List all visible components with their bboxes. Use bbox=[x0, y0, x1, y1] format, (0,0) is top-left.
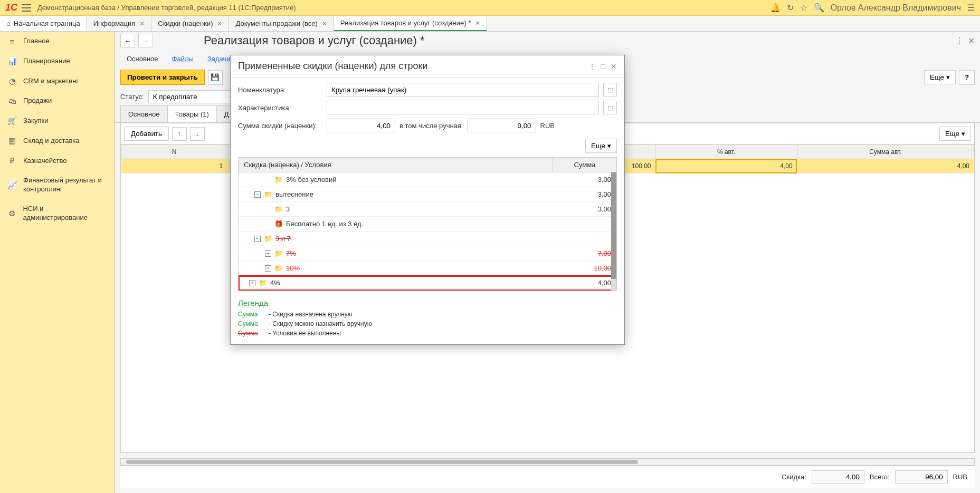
legend-row: Сумма- Скидку можно назначить вручную bbox=[238, 320, 617, 327]
sidebar-item-finance[interactable]: 📈Финансовый результат и контроллинг bbox=[0, 171, 115, 199]
cell-pct-auto[interactable]: 4,00 bbox=[655, 159, 797, 173]
search-icon[interactable]: 🔍 bbox=[814, 3, 824, 13]
more-button[interactable]: Еще▾ bbox=[924, 70, 956, 84]
sidebar: ≡Главное 📊Планирование ◔CRM и маркетинг … bbox=[0, 32, 115, 493]
nav-back-button[interactable]: ← bbox=[120, 34, 135, 47]
modal-maximize-icon[interactable]: □ bbox=[601, 62, 605, 71]
modal-currency: RUB bbox=[540, 122, 555, 130]
expander-icon[interactable]: − bbox=[254, 191, 261, 198]
horizontal-scrollbar[interactable] bbox=[120, 458, 975, 466]
tab-home[interactable]: ⌂ Начальная страница bbox=[0, 16, 87, 31]
sidebar-item-procurement[interactable]: 🛒Закупки bbox=[0, 111, 115, 131]
discount-label: Скидка: bbox=[782, 473, 806, 481]
sidebar-item-treasury[interactable]: ₽Казначейство bbox=[0, 151, 115, 171]
legend-title: Легенда bbox=[238, 298, 617, 307]
sidebar-item-admin[interactable]: ⚙НСИ и администрирование bbox=[0, 199, 115, 228]
close-icon[interactable]: ✕ bbox=[217, 20, 222, 27]
tab-info[interactable]: Информация ✕ bbox=[87, 16, 152, 31]
sidebar-item-sales[interactable]: 🛍Продажи bbox=[0, 91, 115, 111]
folder-icon: 📁 bbox=[274, 249, 283, 257]
characteristic-input[interactable] bbox=[327, 101, 599, 114]
expander-icon[interactable]: − bbox=[254, 236, 261, 242]
expander-icon[interactable]: + bbox=[265, 250, 271, 257]
sidebar-item-planning[interactable]: 📊Планирование bbox=[0, 51, 115, 71]
page-close-icon[interactable]: ✕ bbox=[968, 36, 975, 46]
hamburger-icon[interactable] bbox=[22, 4, 31, 12]
discount-sum-input[interactable] bbox=[327, 119, 395, 132]
tab-label: Скидки (наценки) bbox=[158, 20, 213, 27]
star-icon[interactable]: ☆ bbox=[800, 3, 807, 13]
sales-icon: 🛍 bbox=[7, 96, 17, 105]
more-label: Еще bbox=[945, 130, 959, 138]
expander-icon[interactable]: + bbox=[249, 280, 255, 286]
sidebar-item-crm[interactable]: ◔CRM и маркетинг bbox=[0, 71, 115, 91]
tree-col-discount[interactable]: Скидка (наценка) / Условия bbox=[239, 158, 553, 172]
tab-home-label: Начальная страница bbox=[14, 20, 80, 27]
page-menu-icon[interactable]: ⋮ bbox=[955, 36, 964, 46]
tree-row[interactable]: −📁3 и 7 bbox=[239, 231, 616, 246]
tree-value: 10,00 bbox=[558, 262, 616, 274]
help-button[interactable]: ? bbox=[959, 70, 975, 85]
tree-row[interactable]: 📁3% без условий3,00 bbox=[239, 172, 616, 187]
folder-icon: 📁 bbox=[274, 176, 283, 183]
tree-row[interactable]: −📁вытеснение3,00 bbox=[239, 187, 616, 202]
doc-tab-main[interactable]: Основное bbox=[120, 52, 165, 66]
tree-row[interactable]: +📁10%10,00 bbox=[239, 261, 616, 276]
nomenclature-input[interactable] bbox=[327, 83, 599, 96]
tab-sales-docs[interactable]: Документы продажи (все) ✕ bbox=[229, 16, 334, 31]
user-name[interactable]: Орлов Александр Владимирович bbox=[831, 3, 961, 13]
manual-label: в том числе ручная: bbox=[399, 122, 463, 130]
totals-bar: Скидка: Всего: RUB bbox=[120, 466, 975, 488]
vertical-scrollbar[interactable] bbox=[611, 172, 616, 291]
modal-menu-icon[interactable]: ⋮ bbox=[588, 62, 596, 71]
tab-realization[interactable]: Реализация товаров и услуг (создание) * … bbox=[334, 16, 487, 31]
doc-tab-files[interactable]: Файлы bbox=[166, 52, 200, 66]
modal-close-icon[interactable]: ✕ bbox=[611, 62, 617, 71]
close-icon[interactable]: ✕ bbox=[322, 20, 327, 27]
tree-col-sum[interactable]: Сумма bbox=[553, 158, 616, 172]
move-down-button[interactable]: ↓ bbox=[190, 127, 205, 141]
add-row-button[interactable]: Добавить bbox=[124, 127, 169, 141]
settings-icon[interactable]: ☰ bbox=[967, 3, 975, 13]
subtab-goods[interactable]: Товары (1) bbox=[167, 105, 217, 122]
table-more-button[interactable]: Еще▾ bbox=[939, 127, 971, 141]
total-value[interactable] bbox=[895, 470, 948, 484]
post-and-close-button[interactable]: Провести и закрыть bbox=[120, 70, 205, 85]
tree-row[interactable]: +📁4%4,00 bbox=[239, 276, 616, 291]
modal-more-button[interactable]: Еще▾ bbox=[585, 139, 617, 153]
window-title: Демонстрационная база / Управление торго… bbox=[37, 4, 770, 12]
title-bar: 1C Демонстрационная база / Управление то… bbox=[0, 0, 980, 16]
folder-icon: 📁 bbox=[274, 264, 283, 272]
move-up-button[interactable]: ↑ bbox=[172, 127, 187, 141]
select-nomenclature-button[interactable]: ⬚ bbox=[603, 83, 617, 96]
col-n[interactable]: N bbox=[121, 145, 227, 159]
tab-discounts[interactable]: Скидки (наценки) ✕ bbox=[151, 16, 229, 31]
folder-icon: 📁 bbox=[259, 279, 267, 287]
sidebar-item-label: Закупки bbox=[23, 117, 48, 125]
col-pct-auto[interactable]: % авт. bbox=[655, 145, 797, 159]
tab-label: Документы продажи (все) bbox=[235, 20, 317, 27]
history-icon[interactable]: ↻ bbox=[787, 3, 794, 13]
tree-row[interactable]: 📁33,00 bbox=[239, 202, 616, 217]
cell-sum-auto[interactable]: 4,00 bbox=[797, 159, 974, 173]
tree-label: 3% без условий bbox=[286, 176, 336, 183]
tree-label: Бесплатно 1 ед. из 3 ед. bbox=[286, 220, 363, 228]
discount-value[interactable] bbox=[812, 470, 864, 484]
select-characteristic-button[interactable]: ⬚ bbox=[603, 101, 617, 114]
col-sum-auto[interactable]: Сумма авт. bbox=[797, 145, 974, 159]
tree-row[interactable]: 🎁Бесплатно 1 ед. из 3 ед. bbox=[239, 217, 616, 231]
close-icon[interactable]: ✕ bbox=[475, 20, 480, 27]
tree-value: 3,00 bbox=[558, 173, 616, 186]
tree-row[interactable]: +📁7%7,00 bbox=[239, 246, 616, 261]
manual-input[interactable] bbox=[468, 119, 536, 132]
subtab-main[interactable]: Основное bbox=[120, 105, 168, 122]
currency-label: RUB bbox=[953, 473, 967, 481]
save-button[interactable]: 💾 bbox=[208, 70, 223, 85]
nav-forward-button[interactable]: → bbox=[138, 34, 153, 47]
bell-icon[interactable]: 🔔 bbox=[770, 3, 781, 13]
expander-icon[interactable]: + bbox=[265, 265, 271, 272]
sidebar-item-main[interactable]: ≡Главное bbox=[0, 32, 115, 51]
main-tabs: ⌂ Начальная страница Информация ✕ Скидки… bbox=[0, 16, 980, 32]
close-icon[interactable]: ✕ bbox=[139, 20, 145, 27]
sidebar-item-warehouse[interactable]: ▦Склад и доставка bbox=[0, 131, 115, 151]
